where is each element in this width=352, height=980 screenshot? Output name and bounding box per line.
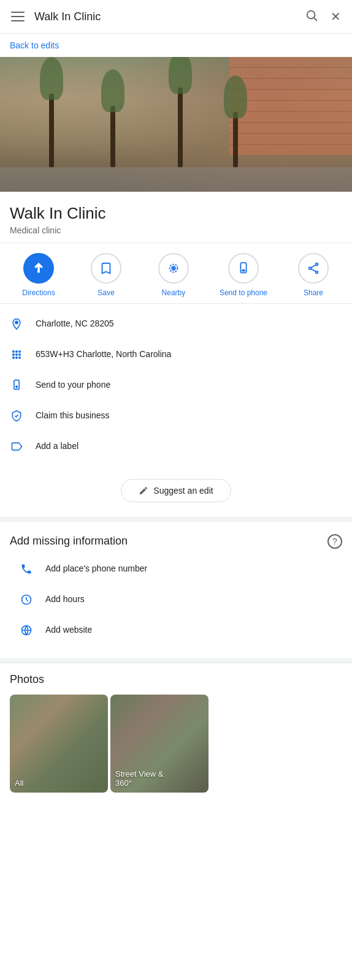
- svg-point-8: [316, 271, 318, 274]
- svg-point-19: [19, 353, 21, 355]
- close-button[interactable]: ✕: [328, 7, 343, 26]
- send-to-phone-button[interactable]: Send to phone: [220, 253, 267, 298]
- svg-point-4: [173, 268, 174, 269]
- section-divider: [0, 517, 352, 522]
- photos-section: Photos All Street View &360°: [0, 663, 352, 793]
- header-title: Walk In Clinic: [34, 10, 295, 23]
- business-info: Walk In Clinic Medical clinic: [0, 192, 352, 243]
- svg-line-9: [311, 265, 315, 268]
- help-icon[interactable]: ?: [327, 534, 342, 549]
- directions-button[interactable]: Directions: [17, 253, 60, 298]
- suggest-edit-button[interactable]: Suggest an edit: [121, 479, 231, 502]
- svg-point-20: [19, 356, 21, 358]
- photos-title: Photos: [10, 673, 342, 686]
- business-name: Walk In Clinic: [10, 204, 342, 223]
- search-button[interactable]: [302, 6, 321, 27]
- svg-point-14: [13, 353, 15, 355]
- send-to-phone-row[interactable]: Send to your phone: [0, 370, 352, 401]
- claim-business-text: Claim this business: [36, 409, 110, 422]
- send-to-phone-info-text: Send to your phone: [36, 379, 110, 391]
- svg-point-15: [16, 353, 18, 355]
- actions-row: Directions Save Nearby Send to p: [0, 243, 352, 304]
- send-to-phone-icon-circle: [228, 253, 259, 284]
- header: Walk In Clinic ✕: [0, 0, 352, 34]
- add-phone-text: Add place's phone number: [45, 562, 147, 575]
- plus-code-icon: [10, 348, 23, 361]
- add-label-row[interactable]: Add a label: [0, 431, 352, 462]
- nearby-label: Nearby: [162, 288, 186, 298]
- nearby-button[interactable]: Nearby: [152, 253, 195, 298]
- plus-code-text: 653W+H3 Charlotte, North Carolina: [36, 348, 171, 361]
- business-type: Medical clinic: [10, 225, 342, 235]
- svg-point-13: [16, 350, 18, 352]
- share-button[interactable]: Share: [292, 253, 335, 298]
- add-website-row[interactable]: Add website: [10, 615, 342, 646]
- phone-icon: [20, 562, 33, 576]
- clock-icon: [20, 593, 33, 606]
- directions-label: Directions: [22, 288, 55, 298]
- plus-code-row[interactable]: 653W+H3 Charlotte, North Carolina: [0, 339, 352, 370]
- missing-info-header: Add missing information ?: [10, 534, 342, 549]
- send-to-phone-info-icon: [10, 379, 23, 392]
- hero-image: [0, 57, 352, 192]
- add-phone-row[interactable]: Add place's phone number: [10, 554, 342, 584]
- photos-all-label: All: [15, 778, 23, 788]
- address-text: Charlotte, NC 28205: [36, 317, 114, 330]
- share-icon-circle: [298, 253, 329, 284]
- address-row[interactable]: Charlotte, NC 28205: [0, 309, 352, 339]
- location-icon: [10, 317, 23, 331]
- add-hours-text: Add hours: [45, 593, 85, 606]
- svg-point-7: [309, 267, 312, 270]
- label-icon: [10, 440, 23, 453]
- photos-all-thumb[interactable]: All: [10, 695, 108, 793]
- back-to-edits-bar: Back to edits: [0, 34, 352, 57]
- suggest-edit-label: Suggest an edit: [153, 486, 213, 496]
- add-label-text: Add a label: [36, 440, 78, 453]
- svg-point-16: [13, 356, 15, 358]
- send-to-phone-label: Send to phone: [220, 288, 267, 298]
- save-label: Save: [98, 288, 114, 298]
- claim-business-row[interactable]: Claim this business: [0, 401, 352, 431]
- missing-info-title: Add missing information: [10, 535, 128, 548]
- save-button[interactable]: Save: [85, 253, 128, 298]
- suggest-edit-container: Suggest an edit: [0, 467, 352, 517]
- svg-point-18: [19, 350, 21, 352]
- back-to-edits-link[interactable]: Back to edits: [10, 40, 59, 50]
- svg-point-6: [316, 263, 318, 266]
- svg-point-12: [13, 350, 15, 352]
- save-icon-circle: [91, 253, 121, 284]
- svg-line-10: [311, 269, 315, 271]
- shield-icon: [10, 409, 23, 423]
- edit-icon: [139, 486, 148, 496]
- menu-button[interactable]: [9, 9, 27, 24]
- share-label: Share: [304, 288, 323, 298]
- photos-divider: [0, 658, 352, 663]
- globe-icon: [20, 624, 33, 637]
- svg-point-17: [16, 356, 18, 358]
- photos-street-view-thumb[interactable]: Street View &360°: [110, 695, 209, 793]
- photos-grid: All Street View &360°: [10, 695, 342, 793]
- svg-line-1: [314, 18, 316, 20]
- svg-point-11: [15, 321, 18, 323]
- photos-street-view-label: Street View &360°: [115, 769, 164, 788]
- info-section: Charlotte, NC 28205 653W+H3 Charlotte, N…: [0, 304, 352, 467]
- missing-info-section: Add missing information ? Add place's ph…: [0, 522, 352, 658]
- directions-icon-circle: [23, 253, 54, 284]
- nearby-icon-circle: [158, 253, 189, 284]
- add-website-text: Add website: [45, 624, 92, 636]
- add-hours-row[interactable]: Add hours: [10, 584, 342, 615]
